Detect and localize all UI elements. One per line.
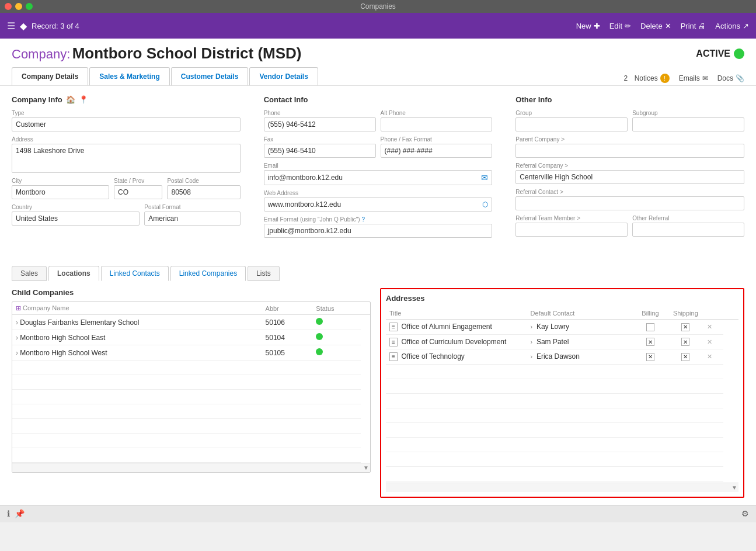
fax-value[interactable]: (555) 946-5410 — [264, 144, 376, 158]
pushpin-icon[interactable]: 📌 — [15, 509, 25, 518]
doc-icon[interactable]: ≡ — [389, 338, 398, 346]
bottom-section: Sales Locations Linked Contacts Linked C… — [0, 261, 756, 505]
doc-icon[interactable]: ≡ — [389, 323, 398, 331]
addr-col-billing: Billing — [633, 307, 668, 320]
state-field: State / Prov CO — [114, 178, 162, 199]
city-state-postal-row: City Montboro State / Prov CO Postal Cod… — [12, 178, 241, 204]
postal-format-value[interactable]: American — [144, 212, 240, 226]
tabs-right-links: 2 Notices ! Emails ✉ Docs 📎 — [624, 74, 744, 85]
fax-format-row: Fax (555) 946-5410 Phone / Fax Format (#… — [264, 136, 493, 162]
child-companies-title: Child Companies — [12, 288, 371, 297]
state-value[interactable]: CO — [114, 185, 162, 199]
email-envelope-icon[interactable]: ✉ — [481, 173, 488, 182]
other-referral-value[interactable] — [632, 223, 744, 237]
tab-sales-marketing[interactable]: Sales & Marketing — [89, 67, 169, 85]
delete-button[interactable]: Delete ✕ — [640, 22, 671, 30]
company-title-row: Company: Montboro School District (MSD) … — [12, 44, 744, 67]
phone-field: Phone (555) 946-5412 — [264, 110, 376, 131]
addr-col-default-contact: Default Contact — [527, 307, 633, 320]
web-value[interactable]: www.montboro.k12.edu ⬡ — [264, 197, 493, 212]
group-value[interactable] — [515, 117, 628, 131]
shipping-checkbox-1[interactable]: ✕ — [681, 338, 689, 346]
company-label: Company: — [12, 47, 70, 61]
country-value[interactable]: United States — [12, 212, 140, 226]
notices-badge: ! — [660, 74, 670, 83]
empty-row — [12, 390, 370, 404]
alt-phone-value[interactable] — [381, 117, 493, 131]
postal-value[interactable]: 80508 — [167, 185, 240, 199]
tab-vendor-details[interactable]: Vendor Details — [249, 67, 318, 85]
notices-link[interactable]: 2 Notices ! — [624, 74, 670, 83]
col-scroll — [361, 302, 370, 315]
diamond-icon[interactable]: ◆ — [20, 20, 27, 32]
house-icon: 🏠 — [66, 95, 75, 104]
addr-col-scroll — [723, 307, 738, 320]
email-value[interactable]: info@montboro.k12.edu ✉ — [264, 170, 493, 185]
billing-checkbox-1[interactable]: ✕ — [646, 338, 654, 346]
menu-icon[interactable]: ☰ — [7, 20, 15, 32]
addr-scroll-down-arrow[interactable]: ▼ — [731, 484, 737, 491]
sub-tab-locations[interactable]: Locations — [48, 266, 99, 281]
add-company-icon[interactable]: ⊞ — [16, 304, 21, 311]
shipping-checkbox-0[interactable]: ✕ — [681, 323, 689, 331]
city-value[interactable]: Montboro — [12, 185, 109, 199]
emails-link[interactable]: Emails ✉ — [679, 74, 708, 82]
parent-company-field: Parent Company > — [515, 136, 744, 158]
delete-row-icon[interactable]: ✕ — [707, 353, 712, 360]
info-icon[interactable]: ℹ — [7, 509, 10, 518]
print-button[interactable]: Print 🖨 — [681, 22, 706, 30]
sub-tab-sales[interactable]: Sales — [12, 266, 47, 281]
address-field: Address 1498 Lakeshore Drive — [12, 136, 241, 173]
table-row: ≡ Office of Curriculum Development › Sam… — [386, 334, 738, 349]
row-chevron: › Douglas Fairbanks Elementary School — [12, 315, 262, 330]
empty-row — [12, 419, 370, 434]
subgroup-field: Subgroup — [632, 110, 744, 131]
empty-row — [12, 361, 370, 375]
minimize-button[interactable] — [15, 3, 22, 10]
external-link-icon[interactable]: ⬡ — [482, 200, 488, 209]
type-value[interactable]: Customer — [12, 117, 241, 131]
sub-tab-linked-contacts[interactable]: Linked Contacts — [101, 266, 169, 281]
delete-row-icon[interactable]: ✕ — [707, 323, 712, 330]
email-format-value[interactable]: jpublic@montboro.k12.edu — [264, 224, 493, 238]
shipping-checkbox-2[interactable]: ✕ — [681, 353, 689, 361]
phone-value[interactable]: (555) 946-5412 — [264, 117, 376, 131]
country-field: Country United States — [12, 204, 140, 226]
referral-contact-value[interactable] — [515, 196, 744, 210]
docs-link[interactable]: Docs 📎 — [717, 74, 744, 82]
referral-company-value[interactable]: Centerville High School — [515, 170, 744, 184]
window-title: Companies — [360, 2, 396, 11]
close-button[interactable] — [5, 3, 12, 10]
billing-checkbox-2[interactable]: ✕ — [646, 353, 654, 361]
maximize-button[interactable] — [26, 3, 33, 10]
edit-button[interactable]: Edit ✏ — [609, 22, 631, 30]
sub-tab-lists[interactable]: Lists — [248, 266, 280, 281]
phone-fax-format-value[interactable]: (###) ###-#### — [381, 144, 493, 158]
tab-company-details[interactable]: Company Details — [12, 67, 88, 85]
email-format-field: Email Format (using "John Q Public") ? j… — [264, 216, 493, 238]
doc-icon[interactable]: ≡ — [389, 352, 398, 361]
address-value[interactable]: 1498 Lakeshore Drive — [12, 144, 241, 173]
right-panel: Addresses Title Default Contact Billing … — [380, 288, 744, 498]
scroll-down-arrow[interactable]: ▼ — [363, 465, 369, 471]
status-dot-active — [316, 333, 323, 340]
company-info-title: Company Info 🏠 📍 — [12, 95, 241, 104]
status-dot-active — [316, 348, 323, 355]
x-icon: ✕ — [665, 22, 671, 30]
gear-icon[interactable]: ⚙ — [741, 509, 749, 518]
table-row: › Montboro High School East 50104 — [12, 330, 370, 345]
parent-company-value[interactable] — [515, 144, 744, 158]
actions-button[interactable]: Actions ↗ — [715, 22, 749, 30]
tab-customer-details[interactable]: Customer Details — [171, 67, 249, 85]
email-field: Email info@montboro.k12.edu ✉ — [264, 162, 493, 185]
billing-checkbox-0[interactable] — [646, 323, 654, 331]
new-button[interactable]: New ✚ — [576, 22, 600, 30]
fax-field: Fax (555) 946-5410 — [264, 136, 376, 158]
delete-row-icon[interactable]: ✕ — [707, 338, 712, 345]
empty-row — [386, 393, 738, 408]
sub-tab-linked-companies[interactable]: Linked Companies — [170, 266, 246, 281]
addr-col-delete — [703, 307, 723, 320]
referral-team-value[interactable] — [515, 223, 628, 237]
subgroup-value[interactable] — [632, 117, 744, 131]
group-subgroup-row: Group Subgroup — [515, 110, 744, 136]
